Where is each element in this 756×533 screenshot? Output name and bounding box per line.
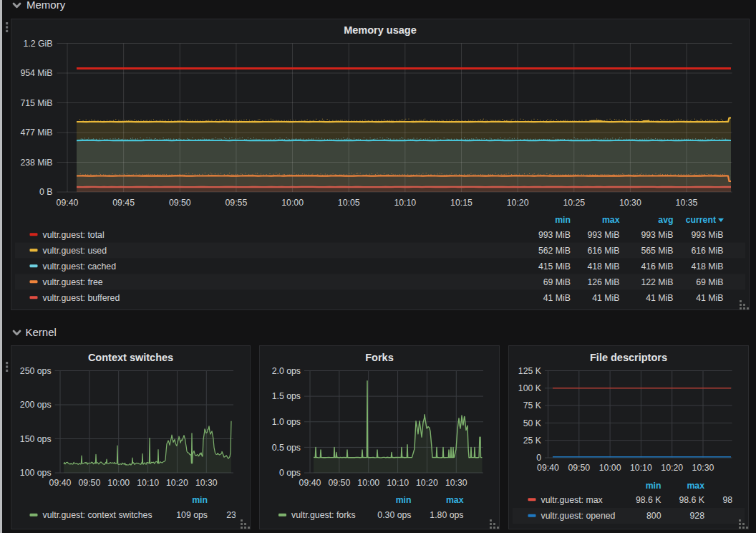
svg-text:Forks: Forks (365, 352, 394, 363)
svg-text:1.5 ops: 1.5 ops (272, 391, 301, 401)
svg-text:10:20: 10:20 (661, 463, 683, 473)
svg-text:238 MiB: 238 MiB (20, 158, 52, 168)
svg-text:0 B: 0 B (39, 187, 52, 197)
svg-text:vultr.guest: opened: vultr.guest: opened (541, 511, 616, 521)
svg-text:200 ops: 200 ops (20, 400, 52, 410)
svg-text:10:30: 10:30 (195, 478, 218, 488)
svg-text:150 ops: 150 ops (20, 434, 52, 444)
svg-text:41 MiB: 41 MiB (592, 293, 619, 303)
svg-text:1.0 ops: 1.0 ops (272, 417, 301, 427)
svg-text:416 MiB: 416 MiB (641, 261, 673, 272)
svg-text:10:00: 10:00 (599, 463, 621, 473)
svg-text:09:40: 09:40 (49, 478, 72, 488)
svg-text:1.2 GiB: 1.2 GiB (23, 39, 52, 49)
svg-text:09:55: 09:55 (226, 198, 248, 208)
svg-text:10:30: 10:30 (445, 478, 467, 488)
svg-text:min: min (555, 215, 571, 225)
svg-text:477 MiB: 477 MiB (20, 128, 52, 138)
svg-text:Context switches: Context switches (88, 352, 173, 363)
svg-text:993 MiB: 993 MiB (691, 230, 723, 240)
svg-text:10:20: 10:20 (166, 478, 188, 488)
svg-text:69 MiB: 69 MiB (543, 277, 571, 287)
svg-text:vultr.guest: context switches: vultr.guest: context switches (43, 510, 152, 520)
svg-text:10:10: 10:10 (387, 478, 409, 488)
svg-text:0 ops: 0 ops (279, 468, 301, 478)
svg-text:10:05: 10:05 (338, 198, 360, 208)
svg-text:418 MiB: 418 MiB (691, 261, 723, 272)
svg-text:98.6 K: 98.6 K (679, 495, 704, 505)
svg-text:715 MiB: 715 MiB (20, 98, 52, 108)
svg-text:250 ops: 250 ops (20, 366, 52, 376)
svg-text:109 ops: 109 ops (176, 510, 208, 520)
svg-text:0.5 ops: 0.5 ops (272, 443, 301, 453)
svg-text:993 MiB: 993 MiB (538, 230, 571, 240)
svg-text:100 ops: 100 ops (20, 468, 52, 478)
svg-text:10:10: 10:10 (630, 463, 652, 473)
svg-text:09:50: 09:50 (568, 463, 590, 473)
svg-text:616 MiB: 616 MiB (691, 246, 723, 256)
svg-text:09:50: 09:50 (169, 198, 191, 208)
svg-text:10:30: 10:30 (619, 198, 641, 208)
svg-text:vultr.guest: free: vultr.guest: free (43, 277, 103, 287)
svg-text:10:20: 10:20 (507, 198, 529, 208)
svg-text:vultr.guest: cached: vultr.guest: cached (43, 261, 117, 272)
svg-text:993 MiB: 993 MiB (641, 230, 673, 240)
svg-text:41 MiB: 41 MiB (646, 293, 673, 303)
svg-text:562 MiB: 562 MiB (538, 246, 571, 256)
svg-text:09:45: 09:45 (112, 198, 135, 208)
svg-text:09:40: 09:40 (299, 478, 321, 488)
svg-text:vultr.guest: forks: vultr.guest: forks (291, 510, 356, 520)
svg-text:2.0 ops: 2.0 ops (272, 366, 301, 376)
svg-text:max: max (602, 215, 620, 225)
svg-text:50 K: 50 K (523, 418, 542, 428)
svg-text:10:35: 10:35 (676, 198, 698, 208)
svg-text:vultr.guest: max: vultr.guest: max (541, 495, 604, 505)
svg-text:0: 0 (536, 453, 541, 463)
svg-text:min: min (192, 495, 208, 505)
svg-text:File descriptors: File descriptors (590, 352, 667, 363)
svg-text:10:10: 10:10 (137, 478, 159, 488)
svg-text:Memory usage: Memory usage (344, 24, 417, 36)
svg-text:98.6 K: 98.6 K (636, 495, 662, 505)
svg-text:vultr.guest: total: vultr.guest: total (43, 230, 105, 240)
svg-text:10:00: 10:00 (107, 478, 130, 488)
svg-text:10:25: 10:25 (563, 198, 585, 208)
svg-text:122 MiB: 122 MiB (641, 277, 673, 287)
svg-text:09:40: 09:40 (537, 463, 559, 473)
svg-text:10:10: 10:10 (394, 198, 416, 208)
svg-text:993 MiB: 993 MiB (587, 230, 619, 240)
svg-text:41 MiB: 41 MiB (696, 293, 723, 303)
svg-text:min: min (396, 495, 412, 505)
svg-text:vultr.guest: used: vultr.guest: used (43, 246, 107, 256)
svg-text:616 MiB: 616 MiB (587, 246, 619, 256)
svg-text:0.30 ops: 0.30 ops (377, 510, 411, 520)
svg-text:418 MiB: 418 MiB (587, 261, 619, 272)
svg-text:69 MiB: 69 MiB (696, 277, 723, 287)
svg-text:10:00: 10:00 (357, 478, 379, 488)
svg-text:100 K: 100 K (518, 383, 542, 393)
svg-text:09:50: 09:50 (79, 478, 101, 488)
svg-text:928: 928 (689, 511, 704, 521)
svg-text:125 K: 125 K (518, 366, 542, 376)
svg-text:954 MiB: 954 MiB (20, 68, 52, 78)
svg-text:current: current (686, 215, 716, 225)
svg-text:565 MiB: 565 MiB (641, 246, 673, 256)
svg-text:min: min (646, 481, 662, 491)
svg-text:max: max (446, 495, 464, 505)
svg-text:09:40: 09:40 (57, 198, 79, 208)
svg-text:09:50: 09:50 (329, 478, 351, 488)
svg-text:41 MiB: 41 MiB (543, 293, 571, 303)
svg-text:10:30: 10:30 (692, 463, 714, 473)
svg-text:10:15: 10:15 (450, 198, 472, 208)
svg-text:126 MiB: 126 MiB (587, 277, 619, 287)
svg-text:800: 800 (646, 511, 662, 521)
svg-text:415 MiB: 415 MiB (538, 261, 571, 272)
svg-text:max: max (687, 481, 704, 491)
svg-text:10:20: 10:20 (416, 478, 438, 488)
svg-text:10:00: 10:00 (281, 198, 304, 208)
svg-text:75 K: 75 K (523, 400, 542, 410)
svg-text:1.80 ops: 1.80 ops (430, 510, 463, 520)
svg-text:vultr.guest: buffered: vultr.guest: buffered (43, 293, 120, 303)
svg-text:25 K: 25 K (523, 436, 542, 446)
svg-text:avg: avg (658, 215, 673, 225)
